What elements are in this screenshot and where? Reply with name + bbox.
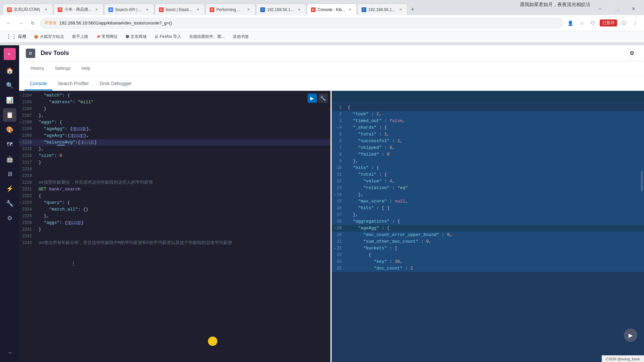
rline-num-20: 20	[332, 232, 345, 238]
code-line-2217: 2217 }	[19, 159, 330, 166]
bookmark-common[interactable]: 📌 常用网址	[94, 33, 120, 40]
tab-ip2[interactable]: ⓪ 192.168.56.1... ✕	[357, 4, 408, 15]
tab-search[interactable]: S Search API | ... ✕	[104, 4, 154, 15]
nav-icon-visualize[interactable]: 📊	[3, 94, 16, 107]
tab-favicon-boost: b	[159, 7, 164, 12]
right-panel-header	[332, 91, 644, 103]
wrench-button[interactable]: 🔧	[318, 94, 328, 103]
bookmark-common-label: 常用网址	[102, 34, 118, 40]
nav-icon-infra[interactable]: 🖥	[3, 167, 16, 181]
tab-close-jd1[interactable]: ✕	[43, 7, 49, 12]
tab-title-performing: Performing ...	[216, 7, 244, 12]
nav-icon-collapse[interactable]: →	[3, 346, 16, 359]
tab-grok-debugger[interactable]: Grok Debugger	[94, 77, 137, 90]
user-profile-button[interactable]: 👤	[566, 18, 575, 28]
bookmark-jd[interactable]: 🅙 京东商城	[123, 33, 149, 40]
code-line-2225: 2225 },	[19, 213, 330, 220]
reload-button[interactable]: ↻	[28, 18, 38, 28]
line-content-2205: "ageAvg":{[...]},	[36, 132, 330, 139]
nav-link-settings[interactable]: Settings	[50, 63, 75, 74]
address-bar-row: ← → ↻ 不安全 192.168.56.10:5601/app/kibana#…	[0, 15, 644, 31]
tab-jd1[interactable]: 京 京东(JD.COM) ✕	[3, 4, 53, 15]
more-button[interactable]: ⋮	[631, 18, 640, 28]
tab-boost[interactable]: b boost | Elasti... ✕	[155, 4, 205, 15]
extension-button[interactable]: 🛡	[588, 18, 598, 28]
nav-icon-dashboard[interactable]: 📋	[3, 108, 16, 122]
tab-jd2[interactable]: 小 小米 - 商品搜... ✕	[53, 4, 104, 15]
context-menu-dots[interactable]	[70, 260, 77, 267]
right-scrollbar[interactable]	[641, 171, 643, 191]
bookmark-newuser[interactable]: 新手上路	[69, 33, 91, 40]
tab-console[interactable]: K Console - Kib... ✕	[307, 4, 357, 15]
tab-search-profiler[interactable]: Search Profiler	[52, 77, 94, 90]
nav-icon-ml[interactable]: 🤖	[3, 153, 16, 166]
line-num-2194: ▸2194	[19, 92, 36, 99]
line-num-2244: 2244	[19, 240, 36, 246]
tab-ip1[interactable]: ⓪ 192.168.56.1... ✕	[256, 4, 306, 15]
address-bar[interactable]: 不安全 192.168.56.10:5601/app/kibana#/dev_t…	[40, 18, 563, 28]
nav-icon-discover[interactable]: 🔍	[3, 79, 16, 92]
tab-favicon-jd2: 小	[58, 7, 62, 12]
nav-icon-home[interactable]: 🏠	[3, 64, 16, 77]
line-num-2218: 2218	[19, 166, 36, 173]
run-button[interactable]: ▶	[308, 94, 317, 103]
rline-num-17: 17	[332, 212, 345, 218]
rline-content-19: "ageAgg" : {	[345, 225, 644, 232]
bookmark-firefox-import[interactable]: 从 Firefox 导入	[152, 33, 184, 40]
settings-gear-button[interactable]: ⚙	[627, 48, 637, 59]
tab-close-boost[interactable]: ✕	[195, 7, 201, 12]
bookmark-drawing[interactable]: 在线绘图软件、图...	[186, 33, 227, 40]
new-tab-button[interactable]: +	[408, 5, 417, 14]
paused-button[interactable]: 已暂停	[600, 19, 617, 26]
apps-button[interactable]: ⋮⋮ 应用	[4, 33, 28, 41]
nav-icon-maps[interactable]: 🗺	[3, 138, 16, 151]
bookmark-other[interactable]: 其他书签	[230, 33, 252, 40]
line-num-2241: 2241	[19, 226, 36, 233]
cursor-dot	[208, 337, 217, 346]
nav-link-help[interactable]: Help	[76, 63, 95, 74]
tab-close-performing[interactable]: ✕	[246, 7, 251, 12]
code-line-2199: 2199 "ageAgg": {[...]},	[19, 126, 330, 132]
forward-button[interactable]: →	[16, 18, 25, 28]
tab-close-search[interactable]: ✕	[145, 7, 150, 12]
app-title: Dev Tools	[41, 50, 69, 57]
kibana-logo[interactable]: K	[4, 48, 16, 60]
tab-close-ip1[interactable]: ✕	[297, 7, 302, 12]
bookmark-firefox[interactable]: 🦊 火狐官方站点	[31, 33, 67, 40]
bookmark-star-button[interactable]: ☆	[577, 18, 586, 28]
nav-link-history[interactable]: History	[26, 63, 49, 74]
code-line-2197: 2197 },	[19, 112, 330, 119]
tab-console[interactable]: Console	[24, 77, 52, 90]
minimize-button[interactable]: ─	[592, 4, 608, 14]
line-num-2223: ▸2223	[19, 199, 36, 206]
tab-favicon-ip2: ⓪	[362, 7, 366, 12]
editor-area: ▶ 🔧 ▸2194 "match": { 2195 "address": "mi…	[19, 91, 644, 362]
line-content-2244: ##查出所有年龄分布，并且这些年龄段中M的平均薪资和F的平均薪资以及这个年龄段的…	[36, 240, 330, 246]
nav-icon-canvas[interactable]: 🎨	[3, 123, 16, 136]
tab-close-ip2[interactable]: ✕	[398, 7, 403, 12]
tab-title-search: Search API | ...	[115, 7, 143, 12]
response-editor[interactable]: 1 { 2 "took" : 2, 3 "timed_out" : false,…	[332, 103, 644, 362]
tab-title-ip1: 192.168.56.1...	[267, 7, 294, 12]
line-num-2215: 2215	[19, 146, 36, 153]
tab-performing[interactable]: P Performing ... ✕	[205, 4, 256, 15]
nav-icon-apm[interactable]: ⚡	[3, 182, 16, 195]
code-line-2241: 2241 }	[19, 226, 330, 233]
account-button[interactable]: ⓘ	[619, 18, 629, 28]
tab-close-jd2[interactable]: ✕	[94, 7, 99, 12]
restore-button[interactable]: ⬜	[609, 4, 625, 14]
float-play-button[interactable]: ▶	[624, 328, 637, 342]
right-line-5: 5 "total" : 1,	[332, 131, 644, 138]
nav-icon-management[interactable]: ⚙	[3, 212, 16, 225]
back-button[interactable]: ←	[4, 18, 13, 28]
tab-close-console[interactable]: ✕	[347, 7, 353, 12]
right-line-17: 17 },	[332, 212, 644, 218]
close-window-button[interactable]: ✕	[626, 4, 641, 14]
security-warning: 不安全	[45, 20, 57, 26]
code-editor[interactable]: ▸2194 "match": { 2195 "address": "mill" …	[19, 91, 330, 362]
line-content-2199: "ageAgg": {[...]},	[36, 126, 330, 132]
bookmark-other-label: 其他书签	[233, 34, 249, 40]
nav-icon-devtools[interactable]: 🔧	[3, 197, 16, 210]
rline-content-13: "relation" : "eq"	[345, 185, 644, 191]
rline-content-1: {	[345, 104, 644, 111]
